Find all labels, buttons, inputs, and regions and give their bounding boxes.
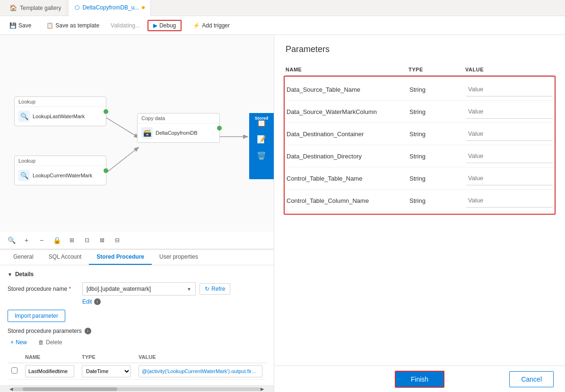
tab-sql-account[interactable]: SQL Account: [41, 250, 89, 265]
param-name-2: Data_Destination_Container: [287, 131, 409, 138]
unsaved-dot: [142, 6, 145, 9]
param-value-input-2[interactable]: [466, 127, 553, 141]
right-col-name: NAME: [286, 67, 409, 72]
param-row-0: Data_Source_Table_Name String: [287, 78, 553, 101]
save-as-template-button[interactable]: 📋 Save as template: [43, 20, 103, 31]
table-row: DateTime String Int32: [8, 363, 266, 380]
param-row-1: Data_Source_WaterMarkColumn String: [287, 101, 553, 123]
param-name-5: Control_Table_Column_Name: [287, 197, 409, 204]
stored-activity[interactable]: 📋 📝 🗑️: [249, 113, 274, 179]
param-value-input-5[interactable]: [466, 193, 553, 208]
row-checkbox[interactable]: [11, 367, 17, 374]
right-col-type: TYPE: [409, 67, 465, 72]
param-type-0: String: [409, 86, 466, 93]
param-type-3: String: [409, 153, 466, 160]
param-type-2: String: [409, 131, 466, 138]
stored-delete-icon: 🗑️: [257, 151, 266, 160]
lookup1-output-dot: [104, 109, 108, 114]
details-section: ▼ Details: [8, 271, 266, 278]
cancel-button[interactable]: Cancel: [509, 371, 554, 387]
params-table: NAME TYPE VALUE: [8, 351, 266, 380]
copy-data-output-dot: [217, 126, 222, 131]
finish-button[interactable]: Finish: [395, 371, 444, 388]
home-icon: 🏠: [9, 4, 17, 11]
param-row-4: Control_Table_Table_Name String: [287, 167, 553, 190]
required-marker: *: [69, 286, 71, 292]
tab-stored-procedure[interactable]: Stored Procedure: [89, 250, 152, 265]
tab-general[interactable]: General: [6, 250, 41, 265]
zoom-tool-btn[interactable]: ⊡: [81, 235, 93, 246]
main-layout: Lookup 🔍 LookupLastWaterMark Lookup 🔍 Lo…: [0, 35, 565, 392]
bottom-bar: Finish Cancel: [274, 366, 565, 392]
param-row-2: Data_Destination_Container String: [287, 123, 553, 145]
copy-data-body: 🗃️ DeltaCopyfromDB: [138, 123, 219, 142]
delete-param-button[interactable]: 🗑 Delete: [35, 338, 65, 347]
param-name-1: Data_Source_WaterMarkColumn: [287, 108, 409, 115]
scroll-thumb: [23, 387, 117, 391]
col-name-header: NAME: [21, 351, 78, 363]
row-type-select[interactable]: DateTime String Int32: [82, 365, 131, 377]
row-value-input[interactable]: [139, 365, 262, 377]
param-value-input-3[interactable]: [466, 149, 553, 163]
panel-tabs: General SQL Account Stored Procedure Use…: [0, 250, 274, 265]
add-param-button[interactable]: + New: [8, 338, 30, 347]
subtract-tool-btn[interactable]: −: [36, 235, 47, 246]
param-value-input-0[interactable]: [466, 82, 553, 96]
toolbar: 💾 Save 📋 Save as template Validating... …: [0, 16, 565, 35]
search-tool-btn[interactable]: 🔍: [6, 235, 17, 246]
lookup1-header: Lookup: [15, 97, 106, 107]
lookup1-name: LookupLastWaterMark: [33, 113, 85, 119]
lookup1-activity[interactable]: Lookup 🔍 LookupLastWaterMark: [14, 96, 106, 126]
tab-bar: 🏠 Template gallery ⬡ DeltaCopyfromDB_u..…: [0, 0, 565, 16]
stored-label: Stored: [249, 113, 274, 121]
add-delete-row: + New 🗑 Delete: [8, 338, 266, 347]
scroll-right-btn[interactable]: ▶: [261, 386, 264, 392]
edit-row: Edit i: [82, 298, 266, 305]
lookup2-name: LookupCurrentWaterMark: [33, 173, 92, 178]
param-value-5: [466, 193, 553, 208]
chevron-icon: ▼: [8, 272, 12, 277]
import-parameter-button[interactable]: Import parameter: [8, 310, 65, 322]
copy-data-header: Copy data: [138, 113, 219, 123]
col-checkbox: [8, 351, 21, 363]
canvas-area[interactable]: Lookup 🔍 LookupLastWaterMark Lookup 🔍 Lo…: [0, 35, 274, 249]
trash-icon: 🗑: [38, 339, 44, 346]
param-value-input-4[interactable]: [466, 171, 553, 185]
pipeline-icon: ⬡: [75, 4, 79, 11]
copy-data-activity[interactable]: Copy data 🗃️ DeltaCopyfromDB: [137, 113, 220, 143]
lookup1-icon: 🔍: [18, 111, 30, 122]
edit-link[interactable]: Edit i: [82, 298, 101, 305]
debug-button[interactable]: ▶ Debug: [148, 20, 182, 31]
add-trigger-button[interactable]: ⚡ Add trigger: [189, 20, 234, 31]
tab-user-properties[interactable]: User properties: [152, 250, 206, 265]
param-value-2: [466, 127, 553, 141]
lookup2-activity[interactable]: Lookup 🔍 LookupCurrentWaterMark: [14, 156, 106, 185]
param-name-0: Data_Source_Table_Name: [287, 86, 409, 93]
param-value-3: [466, 149, 553, 163]
stored-proc-name-row: Stored procedure name * [dbo].[update_wa…: [8, 282, 266, 296]
lookup2-output-dot: [104, 168, 108, 173]
add-tool-btn[interactable]: +: [21, 235, 32, 246]
left-panel: Lookup 🔍 LookupLastWaterMark Lookup 🔍 Lo…: [0, 35, 274, 392]
snap-tool-btn[interactable]: ⊟: [112, 235, 123, 246]
pipeline-canvas: Lookup 🔍 LookupLastWaterMark Lookup 🔍 Lo…: [0, 35, 274, 205]
save-button[interactable]: 💾 Save: [6, 20, 35, 31]
scroll-left-btn[interactable]: ◀: [9, 386, 13, 392]
horizontal-scrollbar[interactable]: ◀ ▶: [0, 385, 274, 392]
stored-proc-name-input[interactable]: [dbo].[update_watermark] ▼: [82, 282, 196, 296]
right-col-value: VALUE: [465, 67, 554, 72]
refresh-button[interactable]: ↻ Refre: [200, 283, 230, 295]
param-value-input-1[interactable]: [466, 105, 553, 119]
tab-template-gallery[interactable]: 🏠 Template gallery: [4, 0, 67, 16]
fit-tool-btn[interactable]: ⊞: [66, 235, 78, 246]
param-type-5: String: [409, 197, 466, 204]
scroll-track[interactable]: [13, 387, 261, 391]
refresh-icon: ↻: [205, 286, 209, 292]
lock-tool-btn[interactable]: 🔒: [51, 235, 62, 246]
grid-tool-btn[interactable]: ⊠: [96, 235, 108, 246]
tab-pipeline[interactable]: ⬡ DeltaCopyfromDB_u...: [69, 0, 151, 16]
copy-data-name: DeltaCopyfromDB: [156, 130, 198, 136]
param-row-5: Control_Table_Column_Name String: [287, 190, 553, 212]
row-name-input[interactable]: [25, 365, 74, 377]
stored-proc-params-label: Stored procedure parameters i: [8, 328, 266, 334]
